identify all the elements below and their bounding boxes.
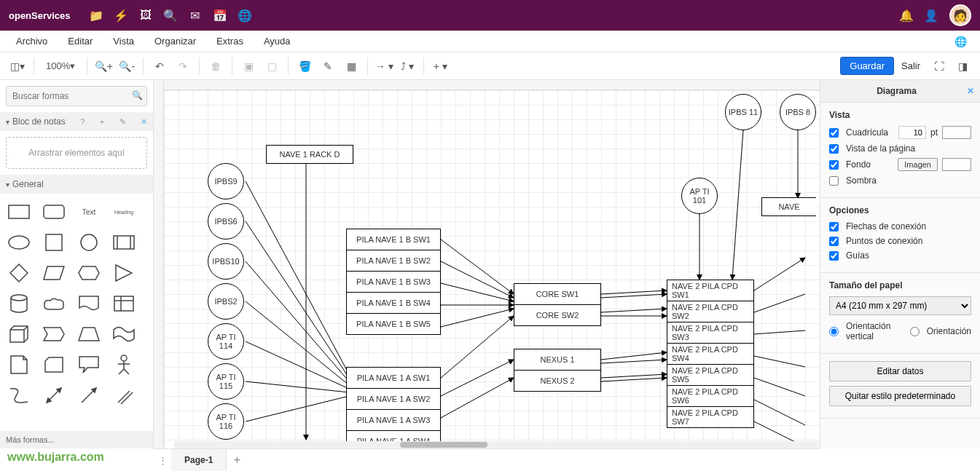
globe-icon[interactable]: 🌐 bbox=[232, 3, 257, 28]
connection-icon[interactable]: → ▾ bbox=[374, 56, 394, 76]
waypoint-icon[interactable]: ⤴ ▾ bbox=[397, 56, 418, 76]
node-ipbs10[interactable]: IPBS10 bbox=[208, 243, 244, 280]
shape-callout[interactable] bbox=[73, 352, 105, 377]
user-icon[interactable]: 👤 bbox=[919, 3, 944, 28]
shape-rect[interactable] bbox=[3, 199, 35, 224]
cell[interactable]: NAVE 2 PILA CPD SW2 bbox=[667, 301, 754, 322]
node-ipbs9[interactable]: IPBS9 bbox=[208, 163, 244, 199]
stack-pila-b[interactable]: PILA NAVE 1 B SW1 PILA NAVE 1 B SW2 PILA… bbox=[346, 229, 441, 335]
node-rack-d[interactable]: NAVE 1 RACK D bbox=[266, 145, 353, 164]
cell[interactable]: CORE SW2 bbox=[514, 304, 601, 326]
shape-round-rect[interactable] bbox=[38, 199, 70, 224]
points-checkbox[interactable] bbox=[829, 237, 839, 246]
zoom-level[interactable]: 100% ▾ bbox=[40, 56, 81, 76]
image-icon[interactable]: 🖼 bbox=[133, 3, 158, 28]
shape-cloud[interactable] bbox=[38, 291, 70, 316]
node-ipbs11[interactable]: IPBS 11 bbox=[725, 94, 761, 130]
menu-editar[interactable]: Editar bbox=[58, 31, 103, 52]
grid-color[interactable] bbox=[942, 126, 971, 139]
shape-table[interactable] bbox=[108, 291, 140, 316]
shape-curve[interactable] bbox=[3, 383, 35, 408]
image-button[interactable]: Imagen bbox=[898, 158, 938, 171]
cell[interactable]: NAVE 2 PILA CPD SW5 bbox=[667, 364, 754, 386]
bell-icon[interactable]: 🔔 bbox=[894, 3, 919, 28]
shape-text[interactable]: Text bbox=[73, 199, 105, 224]
to-front-icon[interactable]: ▣ bbox=[238, 56, 259, 76]
notepad-edit-icon[interactable]: ✎ bbox=[119, 117, 126, 127]
shape-step[interactable] bbox=[38, 322, 70, 347]
cell[interactable]: NAVE 2 PILA CPD SW3 bbox=[667, 322, 754, 344]
cell[interactable]: PILA NAVE 1 A SW3 bbox=[346, 409, 441, 431]
shape-cylinder[interactable] bbox=[3, 291, 35, 316]
fullscreen-icon[interactable]: ⛶ bbox=[929, 56, 949, 76]
save-button[interactable]: Guardar bbox=[840, 57, 894, 75]
format-panel-icon[interactable]: ◨ bbox=[952, 56, 973, 76]
shape-trapezoid[interactable] bbox=[73, 322, 105, 347]
notepad-add-icon[interactable]: + bbox=[100, 117, 104, 126]
cell[interactable]: PILA NAVE 1 B SW5 bbox=[346, 313, 441, 335]
shadow-checkbox[interactable] bbox=[829, 176, 839, 186]
node-ipbs8[interactable]: IPBS 8 bbox=[780, 94, 816, 130]
bolt-icon[interactable]: ⚡ bbox=[109, 3, 133, 28]
diagram-canvas[interactable]: NAVE 1 RACK D IPBS9 IPBS6 IPBS10 IPBS2 A… bbox=[164, 90, 820, 448]
arrows-checkbox[interactable] bbox=[829, 222, 839, 231]
node-ipbs2[interactable]: IPBS2 bbox=[208, 283, 244, 320]
orient-v-radio[interactable] bbox=[829, 327, 839, 336]
cell[interactable]: NAVE 2 PILA CPD SW7 bbox=[667, 406, 754, 428]
menu-ayuda[interactable]: Ayuda bbox=[254, 31, 301, 52]
shape-card[interactable] bbox=[38, 352, 70, 377]
node-ap115[interactable]: AP TI 115 bbox=[208, 363, 244, 400]
calendar-icon[interactable]: 📅 bbox=[208, 3, 232, 28]
shape-heading[interactable]: Heading bbox=[108, 199, 140, 224]
cell[interactable]: NEXUS 2 bbox=[514, 370, 601, 392]
stack-core[interactable]: CORE SW1 CORE SW2 bbox=[514, 283, 601, 326]
notepad-header[interactable]: ▾ Bloc de notas ? + ✎ ✕ bbox=[0, 112, 153, 131]
shape-actor[interactable] bbox=[108, 352, 140, 377]
general-header[interactable]: ▾ General bbox=[0, 175, 153, 194]
sidebar-toggle-icon[interactable]: ◫▾ bbox=[7, 56, 28, 76]
shape-note[interactable] bbox=[3, 352, 35, 377]
cell[interactable]: PILA NAVE 1 B SW4 bbox=[346, 292, 441, 314]
shape-circle[interactable] bbox=[73, 230, 105, 255]
stack-pila-a[interactable]: PILA NAVE 1 A SW1 PILA NAVE 1 A SW2 PILA… bbox=[346, 367, 441, 448]
cell[interactable]: NAVE 2 PILA CPD SW1 bbox=[667, 280, 754, 301]
cell[interactable]: NEXUS 1 bbox=[514, 349, 601, 371]
stroke-icon[interactable]: ✎ bbox=[318, 56, 338, 76]
notepad-help[interactable]: ? bbox=[80, 117, 85, 126]
zoom-out-icon[interactable]: 🔍- bbox=[117, 56, 137, 76]
search-icon[interactable]: 🔍 bbox=[158, 3, 183, 28]
mail-icon[interactable]: ✉ bbox=[183, 3, 208, 28]
shadow-icon[interactable]: ▦ bbox=[341, 56, 361, 76]
fill-icon[interactable]: 🪣 bbox=[294, 56, 315, 76]
delete-icon[interactable]: 🗑 bbox=[205, 56, 226, 76]
stack-n2p[interactable]: NAVE 2 PILA CPD SW1 NAVE 2 PILA CPD SW2 … bbox=[667, 280, 754, 428]
node-ap101[interactable]: AP TI 101 bbox=[681, 178, 718, 214]
shape-tape[interactable] bbox=[108, 322, 140, 347]
cell[interactable]: PILA NAVE 1 B SW1 bbox=[346, 229, 441, 250]
dropzone[interactable]: Arrastrar elementos aquí bbox=[6, 137, 147, 169]
undo-icon[interactable]: ↶ bbox=[149, 56, 170, 76]
stack-nexus[interactable]: NEXUS 1 NEXUS 2 bbox=[514, 349, 601, 392]
close-icon[interactable]: ✕ bbox=[967, 86, 974, 96]
notepad-close-icon[interactable]: ✕ bbox=[141, 117, 147, 127]
shape-arrow[interactable] bbox=[73, 383, 105, 408]
node-ap116[interactable]: AP TI 116 bbox=[208, 403, 244, 440]
orient-h-radio[interactable] bbox=[910, 327, 920, 336]
shape-cube[interactable] bbox=[3, 322, 35, 347]
node-ipbs6[interactable]: IPBS6 bbox=[208, 203, 244, 240]
cell[interactable]: PILA NAVE 1 B SW3 bbox=[346, 271, 441, 293]
shape-process[interactable] bbox=[108, 230, 140, 255]
grid-size-input[interactable] bbox=[898, 126, 926, 139]
exit-button[interactable]: Salir bbox=[894, 58, 928, 74]
add-page-button[interactable]: + bbox=[227, 454, 247, 467]
pageview-checkbox[interactable] bbox=[829, 144, 839, 154]
shape-document[interactable] bbox=[73, 291, 105, 316]
shape-hexagon[interactable] bbox=[73, 261, 105, 285]
shape-biarrow[interactable] bbox=[38, 383, 70, 408]
menu-vista[interactable]: Vista bbox=[103, 31, 144, 52]
menu-organizar[interactable]: Organizar bbox=[144, 31, 206, 52]
tabs-handle-icon[interactable]: ⋮ bbox=[154, 455, 171, 466]
node-nave[interactable]: NAVE bbox=[761, 197, 816, 216]
bg-color[interactable] bbox=[942, 158, 971, 171]
redo-icon[interactable]: ↷ bbox=[173, 56, 193, 76]
